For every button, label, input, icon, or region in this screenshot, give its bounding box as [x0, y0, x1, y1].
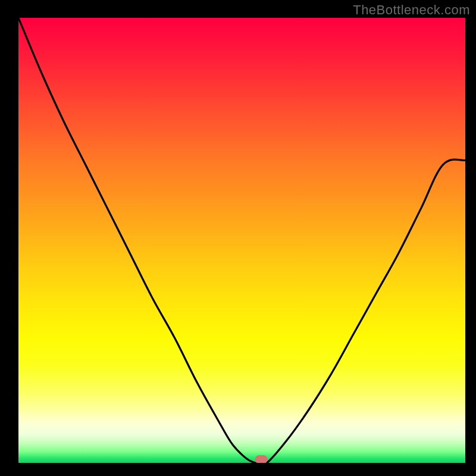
watermark-text: TheBottleneck.com: [353, 2, 470, 18]
plot-area: [18, 18, 465, 463]
bottleneck-curve: [18, 18, 465, 463]
chart-frame: TheBottleneck.com: [0, 0, 476, 476]
optimum-marker: [255, 455, 267, 463]
curve-path: [18, 18, 465, 463]
